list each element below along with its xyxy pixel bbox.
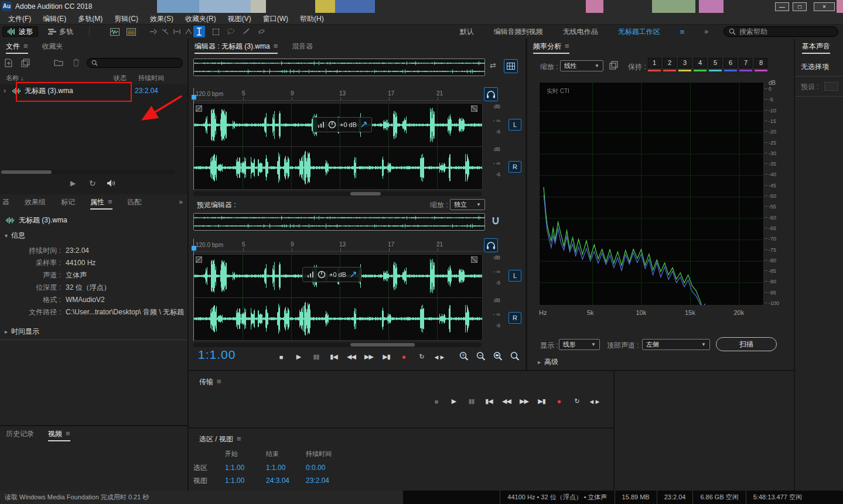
zoom-out-button[interactable]: − [474,350,487,361]
fade-out-handle[interactable] [471,256,477,263]
menu-item[interactable]: 视图(V) [222,13,257,25]
record-button[interactable]: ● [552,396,566,407]
menu-item[interactable]: 窗口(W) [257,13,294,25]
hold-button-6[interactable]: 6 [724,58,737,71]
workspace-tab[interactable]: 无标题工作区 [618,27,660,37]
close-button[interactable]: × [814,2,835,11]
scan-button[interactable]: 扫描 [716,337,777,351]
tab-meters[interactable]: 器 [2,194,9,210]
panel-menu-icon[interactable]: ≡ [565,42,569,50]
column-status[interactable]: 状态 [114,74,127,83]
hold-button-3[interactable]: 3 [678,58,691,71]
tab-match[interactable]: 匹配 [128,194,142,210]
tab-effects-rack[interactable]: 效果组 [25,194,46,210]
open-file-stack-icon[interactable] [21,59,30,67]
titlebar[interactable]: Au Adobe Audition CC 2018 — □ × [0,0,843,13]
preview-playhead-line[interactable] [193,239,194,341]
files-hscrollbar[interactable] [1,170,175,174]
tool-icon-4[interactable] [183,27,194,36]
tab-favorites[interactable]: 收藏夹 [42,39,63,54]
workspace-tab[interactable]: 编辑音频到视频 [494,27,543,37]
gain-hud[interactable]: +0 dB [313,117,372,132]
panel-menu-icon[interactable]: ≡ [274,42,278,50]
tool-icon-3[interactable] [171,27,183,36]
grid-view-toggle-icon[interactable] [504,59,518,73]
menu-item[interactable]: 编辑(E) [37,13,72,25]
scale-select[interactable]: 线性▼ [560,60,603,71]
hold-button-2[interactable]: 2 [663,58,676,71]
waveform-view-button[interactable]: 波形 [2,26,38,37]
zoom-in-button[interactable]: + [457,350,470,361]
multitrack-view-button[interactable]: 多轨 [43,26,78,37]
play-button[interactable]: ▶ [447,396,460,407]
pin-hud-icon[interactable] [350,271,357,278]
playhead-handle[interactable] [192,95,196,100]
overview-strip[interactable] [193,59,485,76]
zoom-out-full-button[interactable] [508,350,521,361]
gain-knob-icon[interactable] [318,270,326,279]
new-folder-icon[interactable] [54,59,63,66]
info-section-header[interactable]: ▾信息 [5,231,25,241]
top-channel-select[interactable]: 左侧▼ [642,339,710,350]
gain-knob-icon[interactable] [328,121,336,129]
tool-icon-2[interactable] [159,27,171,36]
tab-history[interactable]: 历史记录 [6,426,34,441]
fade-out-handle[interactable] [471,105,477,112]
maximize-button[interactable]: □ [793,2,807,11]
panel-menu-icon[interactable]: ≡ [217,377,221,386]
search-input[interactable] [739,28,827,36]
tab-video[interactable]: 视频≡ [48,426,70,441]
column-duration[interactable]: 持续时间 [138,74,164,83]
workspace-menu-icon[interactable]: ≡ [680,28,685,36]
record-button[interactable]: ● [397,351,411,362]
rewind-button[interactable]: ◀◀ [344,351,358,362]
snap-magnet-icon[interactable] [491,216,500,225]
workspace-tab[interactable]: 默认 [460,27,474,37]
menu-item[interactable]: 剪辑(C) [108,13,144,25]
hold-button-5[interactable]: 5 [709,58,722,71]
hold-button-7[interactable]: 7 [739,58,752,71]
tab-essential-sound[interactable]: 基本声音 [802,39,830,54]
spectral-display-icon[interactable] [125,27,137,36]
overview-waveform-canvas[interactable] [194,59,484,76]
pause-button[interactable]: ▮▮ [309,351,323,362]
channel-right-button[interactable]: R [508,161,521,173]
channel-left-button[interactable]: L [508,270,521,282]
zoom-to-selection-button[interactable] [491,350,504,361]
time-display-section-header[interactable]: ▸时间显示 [5,327,39,337]
column-name[interactable]: 名称 ↓ [6,74,24,83]
help-search[interactable] [723,26,838,37]
spectrum-graph[interactable]: 实时 CTI [539,82,764,306]
panel-menu-icon[interactable]: ≡ [66,429,70,438]
skip-to-start-button[interactable]: ▮◀ [327,351,340,362]
preview-play-icon[interactable]: ▶ [70,179,76,187]
hold-button-4[interactable]: 4 [694,58,707,71]
rewind-button[interactable]: ◀◀ [500,396,513,407]
skip-selection-button[interactable]: ◄► [432,351,446,362]
play-button[interactable]: ▶ [292,351,305,362]
preview-ruler[interactable]: 120.0 bpm 59131721 [193,239,482,252]
skip-to-end-button[interactable]: ▶▮ [535,396,548,407]
panel-menu-icon[interactable]: ≡ [108,197,112,206]
skip-selection-button[interactable]: ◄► [588,396,601,407]
time-display[interactable]: 1:1.00 [198,348,236,362]
tab-editor[interactable]: 编辑器 : 无标题 (3).wma≡ [194,39,278,54]
preview-gain-hud[interactable]: +0 dB [302,267,361,282]
preview-overview-strip[interactable] [193,213,485,231]
spot-healing-tool-icon[interactable] [255,27,267,36]
advanced-section-header[interactable]: ▸高级 [538,357,558,367]
pin-hud-icon[interactable] [360,121,367,128]
headphone-monitor-icon[interactable] [484,87,498,101]
tool-icon-1[interactable] [148,27,159,36]
channel-right-button[interactable]: R [508,312,521,324]
tab-mixer[interactable]: 混音器 [292,39,313,54]
stop-button[interactable]: ■ [429,396,443,407]
marquee-selection-tool-icon[interactable] [210,27,221,36]
expand-chevron-icon[interactable]: › [0,87,9,95]
tab-properties[interactable]: 属性≡ [90,194,112,210]
stop-button[interactable]: ■ [274,351,288,362]
hold-button-8[interactable]: 8 [755,58,767,71]
waveform-display[interactable] [193,103,483,190]
fade-in-handle[interactable] [196,105,202,112]
preset-select[interactable] [824,82,838,91]
